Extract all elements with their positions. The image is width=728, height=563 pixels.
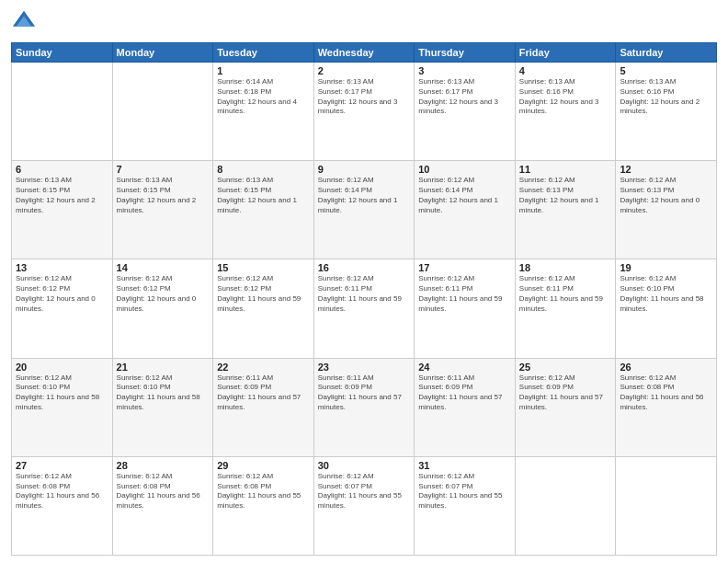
weekday-header-monday: Monday [112,43,213,63]
day-number: 19 [620,262,712,273]
weekday-header-wednesday: Wednesday [313,43,415,63]
logo-icon [11,9,37,35]
day-number: 13 [16,262,108,273]
calendar-cell: 20Sunrise: 6:12 AMSunset: 6:10 PMDayligh… [12,358,113,456]
calendar-cell: 29Sunrise: 6:12 AMSunset: 6:08 PMDayligh… [213,456,314,555]
day-info: Sunrise: 6:12 AMSunset: 6:12 PMDaylight:… [117,274,210,314]
weekday-header-saturday: Saturday [616,43,717,63]
calendar-cell: 30Sunrise: 6:12 AMSunset: 6:07 PMDayligh… [313,456,415,555]
day-number: 27 [16,460,108,471]
day-info: Sunrise: 6:13 AMSunset: 6:17 PMDaylight:… [318,77,411,117]
calendar-cell: 19Sunrise: 6:12 AMSunset: 6:10 PMDayligh… [616,259,717,358]
day-number: 16 [318,262,411,273]
day-info: Sunrise: 6:12 AMSunset: 6:10 PMDaylight:… [117,373,210,413]
day-number: 28 [117,460,210,471]
calendar-cell: 14Sunrise: 6:12 AMSunset: 6:12 PMDayligh… [112,259,213,358]
day-info: Sunrise: 6:13 AMSunset: 6:16 PMDaylight:… [519,77,612,117]
calendar-cell: 5Sunrise: 6:13 AMSunset: 6:16 PMDaylight… [616,63,717,161]
day-number: 25 [519,362,612,373]
day-number: 3 [418,65,511,76]
day-info: Sunrise: 6:12 AMSunset: 6:10 PMDaylight:… [16,373,108,413]
day-info: Sunrise: 6:12 AMSunset: 6:08 PMDaylight:… [620,373,712,413]
calendar-cell: 15Sunrise: 6:12 AMSunset: 6:12 PMDayligh… [213,259,314,358]
calendar-cell: 2Sunrise: 6:13 AMSunset: 6:17 PMDaylight… [313,63,415,161]
calendar-header-row: SundayMondayTuesdayWednesdayThursdayFrid… [12,43,717,63]
day-info: Sunrise: 6:12 AMSunset: 6:12 PMDaylight:… [217,274,310,314]
header [11,9,717,37]
day-info: Sunrise: 6:11 AMSunset: 6:09 PMDaylight:… [418,373,511,413]
calendar-cell: 8Sunrise: 6:13 AMSunset: 6:15 PMDaylight… [213,161,314,259]
calendar-cell: 23Sunrise: 6:11 AMSunset: 6:09 PMDayligh… [313,358,415,456]
calendar-cell: 7Sunrise: 6:13 AMSunset: 6:15 PMDaylight… [112,161,213,259]
day-number: 26 [620,362,712,373]
calendar-cell: 25Sunrise: 6:12 AMSunset: 6:09 PMDayligh… [515,358,616,456]
day-number: 15 [217,262,310,273]
day-info: Sunrise: 6:13 AMSunset: 6:15 PMDaylight:… [217,176,310,215]
day-info: Sunrise: 6:11 AMSunset: 6:09 PMDaylight:… [318,373,411,413]
day-info: Sunrise: 6:12 AMSunset: 6:12 PMDaylight:… [16,274,108,314]
calendar-cell: 21Sunrise: 6:12 AMSunset: 6:10 PMDayligh… [112,358,213,456]
day-info: Sunrise: 6:12 AMSunset: 6:07 PMDaylight:… [418,472,511,511]
calendar-table: SundayMondayTuesdayWednesdayThursdayFrid… [11,42,717,556]
day-info: Sunrise: 6:12 AMSunset: 6:11 PMDaylight:… [318,274,411,314]
calendar-cell [515,456,616,555]
calendar-cell: 22Sunrise: 6:11 AMSunset: 6:09 PMDayligh… [213,358,314,456]
day-number: 9 [318,164,411,175]
day-number: 20 [16,362,108,373]
day-number: 2 [318,65,411,76]
day-info: Sunrise: 6:12 AMSunset: 6:09 PMDaylight:… [519,373,612,413]
day-info: Sunrise: 6:13 AMSunset: 6:16 PMDaylight:… [620,77,712,117]
day-number: 21 [117,362,210,373]
day-info: Sunrise: 6:12 AMSunset: 6:11 PMDaylight:… [418,274,511,314]
day-number: 17 [418,262,511,273]
day-info: Sunrise: 6:12 AMSunset: 6:10 PMDaylight:… [620,274,712,314]
day-number: 24 [418,362,511,373]
day-info: Sunrise: 6:13 AMSunset: 6:17 PMDaylight:… [418,77,511,117]
calendar-cell [616,456,717,555]
day-number: 7 [117,164,210,175]
calendar-cell: 9Sunrise: 6:12 AMSunset: 6:14 PMDaylight… [313,161,415,259]
calendar-cell [12,63,113,161]
day-number: 11 [519,164,612,175]
day-number: 5 [620,65,712,76]
calendar-cell: 1Sunrise: 6:14 AMSunset: 6:18 PMDaylight… [213,63,314,161]
day-number: 6 [16,164,108,175]
calendar-cell: 16Sunrise: 6:12 AMSunset: 6:11 PMDayligh… [313,259,415,358]
weekday-header-tuesday: Tuesday [213,43,314,63]
day-number: 8 [217,164,310,175]
day-info: Sunrise: 6:12 AMSunset: 6:08 PMDaylight:… [217,472,310,511]
day-info: Sunrise: 6:11 AMSunset: 6:09 PMDaylight:… [217,373,310,413]
calendar-cell: 12Sunrise: 6:12 AMSunset: 6:13 PMDayligh… [616,161,717,259]
calendar-week-row: 13Sunrise: 6:12 AMSunset: 6:12 PMDayligh… [12,259,717,358]
day-info: Sunrise: 6:12 AMSunset: 6:07 PMDaylight:… [318,472,411,511]
day-info: Sunrise: 6:13 AMSunset: 6:15 PMDaylight:… [16,176,108,215]
weekday-header-friday: Friday [515,43,616,63]
day-number: 29 [217,460,310,471]
calendar-cell: 4Sunrise: 6:13 AMSunset: 6:16 PMDaylight… [515,63,616,161]
calendar-cell: 27Sunrise: 6:12 AMSunset: 6:08 PMDayligh… [12,456,113,555]
day-number: 1 [217,65,310,76]
calendar-cell: 28Sunrise: 6:12 AMSunset: 6:08 PMDayligh… [112,456,213,555]
calendar-week-row: 6Sunrise: 6:13 AMSunset: 6:15 PMDaylight… [12,161,717,259]
day-info: Sunrise: 6:12 AMSunset: 6:08 PMDaylight:… [117,472,210,511]
weekday-header-sunday: Sunday [12,43,113,63]
day-info: Sunrise: 6:12 AMSunset: 6:08 PMDaylight:… [16,472,108,511]
day-info: Sunrise: 6:12 AMSunset: 6:13 PMDaylight:… [620,176,712,215]
day-info: Sunrise: 6:12 AMSunset: 6:11 PMDaylight:… [519,274,612,314]
calendar-cell: 13Sunrise: 6:12 AMSunset: 6:12 PMDayligh… [12,259,113,358]
page: SundayMondayTuesdayWednesdayThursdayFrid… [0,0,728,563]
calendar-week-row: 27Sunrise: 6:12 AMSunset: 6:08 PMDayligh… [12,456,717,555]
day-number: 10 [418,164,511,175]
calendar-cell: 31Sunrise: 6:12 AMSunset: 6:07 PMDayligh… [415,456,516,555]
day-info: Sunrise: 6:14 AMSunset: 6:18 PMDaylight:… [217,77,310,117]
day-number: 31 [418,460,511,471]
logo [11,9,39,37]
day-number: 22 [217,362,310,373]
day-number: 12 [620,164,712,175]
day-info: Sunrise: 6:13 AMSunset: 6:15 PMDaylight:… [117,176,210,215]
calendar-cell: 10Sunrise: 6:12 AMSunset: 6:14 PMDayligh… [415,161,516,259]
day-number: 4 [519,65,612,76]
day-info: Sunrise: 6:12 AMSunset: 6:14 PMDaylight:… [318,176,411,215]
day-info: Sunrise: 6:12 AMSunset: 6:14 PMDaylight:… [418,176,511,215]
day-number: 14 [117,262,210,273]
